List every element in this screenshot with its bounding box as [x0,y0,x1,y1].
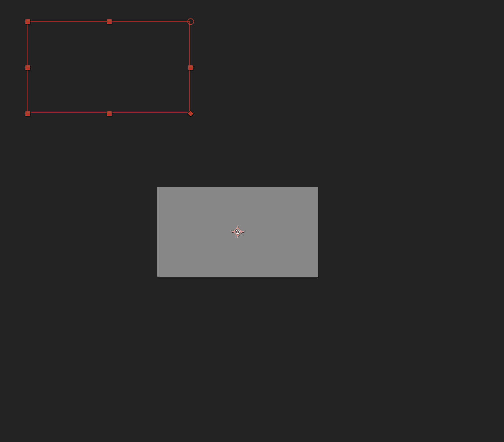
handle-rotator[interactable] [187,18,194,25]
handle-bottom-mid[interactable] [107,111,112,116]
handle-top-left[interactable] [25,19,30,24]
uv-face[interactable] [157,187,318,277]
handle-top-mid[interactable] [107,19,112,24]
handle-mid-right[interactable] [188,65,193,70]
handle-mid-left[interactable] [25,65,30,70]
uv-transform-box[interactable] [27,21,190,113]
handle-bottom-right[interactable] [187,110,194,117]
handle-bottom-left[interactable] [25,111,30,116]
uv-editor-viewport[interactable] [0,0,504,442]
